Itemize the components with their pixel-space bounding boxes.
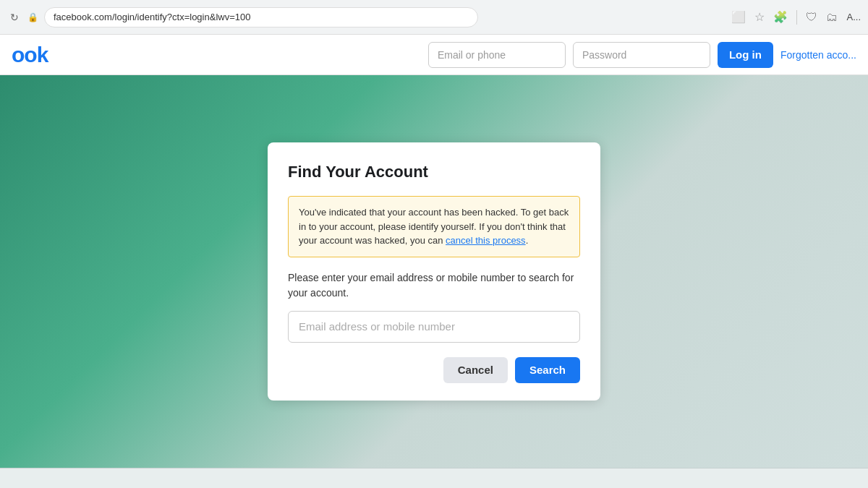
warning-text-before: You've indicated that your account has b… xyxy=(299,207,569,246)
browser-toolbar-right: ⬜ ☆ 🧩 🛡 🗂 A... xyxy=(731,10,861,25)
card-title: Find Your Account xyxy=(288,163,580,181)
reload-icon[interactable]: ↻ xyxy=(7,12,22,23)
address-bar[interactable]: facebook.com/login/identify?ctx=login&lw… xyxy=(44,7,478,27)
card-actions: Cancel Search xyxy=(288,357,580,383)
toolbar-divider xyxy=(796,10,797,25)
cast-icon[interactable]: ⬜ xyxy=(731,10,746,24)
bottom-bar xyxy=(0,468,868,488)
profile-label: A... xyxy=(846,12,861,22)
header-right: Log in Forgotten acco... xyxy=(428,42,856,68)
facebook-header: ook Log in Forgotten acco... xyxy=(0,35,868,75)
extensions-icon[interactable]: 🧩 xyxy=(773,10,788,24)
header-email-input[interactable] xyxy=(428,42,566,68)
forgotten-account-link[interactable]: Forgotten acco... xyxy=(780,49,856,61)
bookmark-icon[interactable]: ☆ xyxy=(754,10,765,24)
facebook-logo: ook xyxy=(12,43,48,67)
shield-icon[interactable]: 🛡 xyxy=(806,11,817,24)
warning-box: You've indicated that your account has b… xyxy=(288,196,580,257)
browser-chrome: ↻ 🔒 facebook.com/login/identify?ctx=logi… xyxy=(0,0,868,35)
cancel-button[interactable]: Cancel xyxy=(443,357,508,383)
login-button[interactable]: Log in xyxy=(718,42,773,68)
account-search-input[interactable] xyxy=(288,311,580,343)
security-icon: 🔒 xyxy=(27,12,38,22)
cancel-process-link[interactable]: cancel this process xyxy=(446,235,526,246)
warning-text-after: . xyxy=(526,235,529,246)
header-password-input[interactable] xyxy=(573,42,710,68)
page-wrapper: ook Log in Forgotten acco... Find Your A… xyxy=(0,35,868,488)
find-account-card: Find Your Account You've indicated that … xyxy=(268,142,600,401)
description-text: Please enter your email address or mobil… xyxy=(288,270,580,301)
main-background: Find Your Account You've indicated that … xyxy=(0,75,868,468)
url-text: facebook.com/login/identify?ctx=login&lw… xyxy=(54,12,250,22)
profile-icon[interactable]: 🗂 xyxy=(826,11,838,24)
search-button[interactable]: Search xyxy=(515,357,580,383)
